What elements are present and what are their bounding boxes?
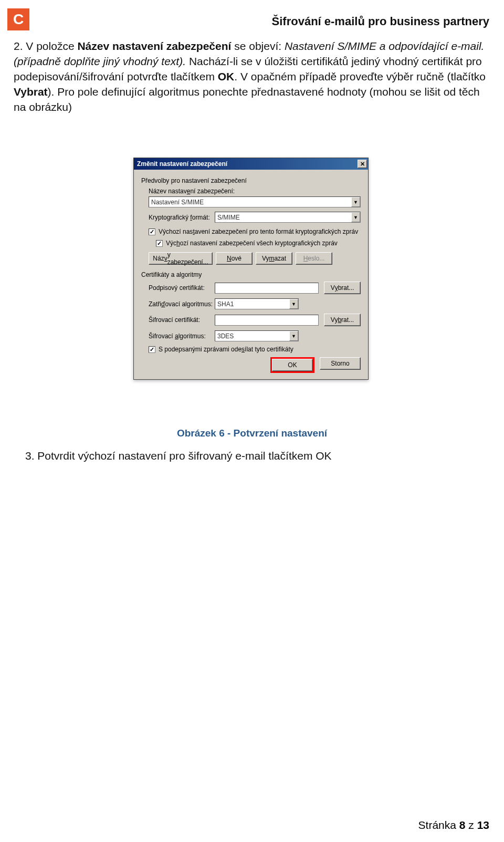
section-preferences: Předvolby pro nastavení zabezpečení xyxy=(141,177,361,184)
text: se objeví: xyxy=(231,40,285,52)
cb2-label: Výchozí nastavení zabezpečení všech kryp… xyxy=(166,240,338,247)
instruction-step-3: 3. Potvrdit výchozí nastavení pro šifrov… xyxy=(25,450,489,462)
sign-cert-field xyxy=(215,283,319,294)
name-label: Název nastavení zabezpečení: xyxy=(149,188,361,195)
ok-button[interactable]: OK xyxy=(272,359,313,371)
sign-cert-label: Podpisový certifikát: xyxy=(149,284,215,292)
text-bold: Název nastavení zabezpečení xyxy=(77,40,231,52)
security-settings-dialog: Změnit nastavení zabezpečení ✕ Předvolby… xyxy=(133,158,369,380)
chevron-down-icon[interactable]: ▼ xyxy=(289,299,298,309)
choose-enc-cert-button[interactable]: Vybrat... xyxy=(324,314,361,326)
close-icon[interactable]: ✕ xyxy=(358,160,367,168)
logo-letter: C xyxy=(13,12,24,27)
choose-sign-cert-button[interactable]: Vybrat... xyxy=(324,282,361,294)
dialog-title: Změnit nastavení zabezpečení xyxy=(137,160,227,168)
page-number: Stránka 8 z 13 xyxy=(418,819,489,831)
chevron-down-icon[interactable]: ▼ xyxy=(351,212,360,222)
text: ). Pro pole definující algoritmus ponech… xyxy=(14,86,480,113)
security-name-input[interactable] xyxy=(149,196,361,207)
text-bold: Vybrat xyxy=(14,86,48,98)
instruction-step-2: 2. V položce Název nastavení zabezpečení… xyxy=(14,39,489,115)
text: 2. V položce xyxy=(14,40,77,52)
password-button: Heslo... xyxy=(296,252,332,265)
dialog-body: Předvolby pro nastavení zabezpečení Náze… xyxy=(134,170,368,379)
new-button[interactable]: Nové xyxy=(216,252,253,265)
send-certs-checkbox[interactable]: ✓ xyxy=(149,346,155,353)
dialog-titlebar[interactable]: Změnit nastavení zabezpečení ✕ xyxy=(134,158,368,170)
figure-caption: Obrázek 6 - Potvrzení nastavení xyxy=(0,428,504,439)
default-format-checkbox[interactable]: ✓ xyxy=(149,228,155,235)
ok-highlight-box: OK xyxy=(270,357,314,373)
hash-label: Zatřiďovací algoritmus: xyxy=(149,300,215,308)
section-certificates: Certifikáty a algoritmy xyxy=(141,271,361,278)
doc-title: Šifrování e-mailů pro business partnery xyxy=(272,15,489,28)
enc-alg-label: Šifrovací algoritmus: xyxy=(149,332,215,340)
enc-cert-label: Šifrovací certifikát: xyxy=(149,316,215,324)
format-label: Kryptografický formát: xyxy=(149,214,215,221)
enc-algorithm-select[interactable] xyxy=(215,330,299,341)
enc-cert-field xyxy=(215,315,319,326)
text-bold: OK xyxy=(316,450,331,462)
chevron-down-icon[interactable]: ▼ xyxy=(289,331,298,341)
hash-algorithm-select[interactable] xyxy=(215,298,299,309)
text-bold: OK xyxy=(218,70,235,82)
text: . V opačném případě proveďte výběr ručně… xyxy=(234,70,486,82)
cb1-label: Výchozí nastavení zabezpečení pro tento … xyxy=(159,228,358,235)
cancel-button[interactable]: Storno xyxy=(320,357,361,370)
logo: C xyxy=(7,8,29,30)
text: 3. Potvrdit výchozí nastavení pro šifrov… xyxy=(25,450,316,462)
default-all-checkbox[interactable]: ✓ xyxy=(156,240,163,247)
delete-button[interactable]: Vymazat xyxy=(256,252,292,265)
crypto-format-select[interactable] xyxy=(215,212,361,223)
security-names-button[interactable]: Názvy zabezpečení... xyxy=(149,252,213,265)
cb3-label: S podepsanými zprávami odesílat tyto cer… xyxy=(159,346,293,353)
chevron-down-icon[interactable]: ▼ xyxy=(351,197,360,207)
